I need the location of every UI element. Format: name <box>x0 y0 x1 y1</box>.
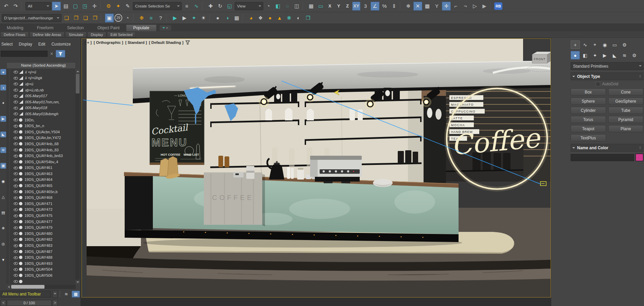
explorer-row[interactable]: 19DS_QUAY504 <box>6 267 76 273</box>
explorer-menu-select[interactable]: Select <box>1 42 13 47</box>
light-bulb-icon[interactable]: ✦ <box>190 14 198 22</box>
filter-hidden-icon[interactable]: ◎ <box>0 241 6 247</box>
filter-helpers-icon[interactable]: ◣ <box>0 132 6 137</box>
percent-snap-icon[interactable]: % <box>380 2 389 11</box>
explorer-menu-edit[interactable]: Edit <box>38 42 46 47</box>
ribbon-tab-object-paint[interactable]: Object Paint <box>91 25 126 31</box>
measure-ruler-icon[interactable]: ▭ <box>316 2 325 11</box>
spacewarps-category-icon[interactable]: ≋ <box>620 51 629 60</box>
window-crossing-icon[interactable]: ◳ <box>80 2 89 11</box>
explorer-row[interactable]: 19DS_QUAY463 <box>6 171 76 177</box>
scrollbar-thumb[interactable] <box>11 285 44 289</box>
visibility-eye-icon[interactable] <box>14 172 18 175</box>
dash-left-icon[interactable]: ⌐ <box>451 2 460 11</box>
dash-right-icon[interactable]: ¬ <box>461 2 470 11</box>
filter-containers-icon[interactable]: ▣ <box>0 163 6 169</box>
scene-explorer-toggle-icon[interactable]: ▦ <box>72 291 80 298</box>
visibility-eye-icon[interactable] <box>14 70 18 74</box>
scroll-up-icon[interactable] <box>75 69 80 73</box>
explorer-row[interactable]: xþ×ü <box>6 81 76 87</box>
vertical-scrollbar[interactable] <box>75 69 80 284</box>
cameras-category-icon[interactable]: ▶ <box>600 51 609 60</box>
ribbon-tab-modeling[interactable]: Modeling <box>0 25 30 31</box>
box-button[interactable]: Box <box>571 88 606 96</box>
move-gizmo-icon[interactable]: ✚ <box>206 2 215 11</box>
ribbon-button-simulate[interactable]: Simulate <box>65 32 87 38</box>
scroll-left-icon[interactable] <box>6 285 11 289</box>
separator[interactable] <box>209 14 212 22</box>
explorer-row[interactable]: 19DS_QUAY4nb,,83 <box>6 147 76 153</box>
visibility-eye-icon[interactable] <box>14 261 18 265</box>
explorer-row[interactable]: 19DS_QUAcbn,Y504 <box>6 129 76 135</box>
render-setup-icon[interactable]: ✦ <box>114 2 123 11</box>
visibility-eye-icon[interactable] <box>14 112 18 116</box>
explorer-row[interactable]: 19DS_QUAY506 <box>6 272 76 278</box>
explorer-row[interactable]: 19DS_QUAY4nb,,bn63 <box>6 153 76 159</box>
explorer-row[interactable]: xþ×ü,nb,nb <box>6 87 76 93</box>
xy-plane-constraint-button[interactable]: XY <box>352 2 360 11</box>
rect-selection-region-icon[interactable]: ▢ <box>71 2 80 11</box>
explorer-row[interactable]: 19DS_QUAY472 <box>6 207 76 213</box>
explorer-row[interactable]: ii ×ý×û <box>6 69 76 75</box>
select-object-icon[interactable]: ➤ <box>52 2 61 11</box>
explorer-menu-display[interactable]: Display <box>19 42 32 47</box>
explorer-row[interactable]: 19DS_QUAY54bv,,4 <box>6 159 76 165</box>
visibility-eye-icon[interactable] <box>14 154 18 158</box>
viewport-label-part[interactable]: [ + ] <box>85 40 92 45</box>
sun-icon[interactable]: ☀ <box>199 14 208 22</box>
shapes-category-icon[interactable]: ◧ <box>580 51 590 60</box>
separator[interactable] <box>101 14 104 22</box>
filter-geometry-icon[interactable]: ● <box>0 69 6 75</box>
angle-snap-icon[interactable]: ∠ <box>371 2 379 11</box>
offset-snap-icon[interactable]: ✛ <box>442 2 451 11</box>
ribbon-tab-selection[interactable]: Selection <box>60 25 90 31</box>
systems-category-icon[interactable]: ⚙ <box>630 51 639 60</box>
camera-add-icon[interactable]: ▶ <box>180 14 189 22</box>
rotate-gizmo-icon[interactable]: ↻ <box>216 2 225 11</box>
redo-icon[interactable]: ↷ <box>11 2 20 11</box>
visibility-eye-icon[interactable] <box>14 136 18 140</box>
y-constraint-button[interactable]: Y <box>335 2 343 11</box>
explorer-column-header[interactable]: Name (Sorted Ascending) <box>6 62 76 69</box>
visibility-eye-icon[interactable] <box>14 244 18 248</box>
cone-button[interactable]: Cone <box>608 88 644 96</box>
separator[interactable] <box>490 2 493 10</box>
visibility-eye-icon[interactable] <box>14 94 18 98</box>
visibility-eye-icon[interactable] <box>14 238 18 241</box>
curve-editor-icon[interactable]: ∿ <box>192 2 201 11</box>
geosphere-button[interactable]: GeoSphere <box>608 98 644 105</box>
visibility-eye-icon[interactable] <box>14 226 18 230</box>
explorer-row[interactable]: 005-Mary017nm,nm, <box>6 99 76 105</box>
workspace-selector[interactable]: Alt Menu and Toolbar <box>1 291 51 298</box>
autosave-clock-icon[interactable]: ▣ <box>105 14 114 22</box>
visibility-eye-icon[interactable] <box>14 178 18 182</box>
cone-light-icon[interactable]: ▲ <box>275 14 284 22</box>
ribbon-tab-freeform[interactable]: Freeform <box>30 25 60 31</box>
use-pivot-center-icon[interactable]: ◔ <box>264 2 273 11</box>
align-icon[interactable]: ◫ <box>292 2 301 11</box>
dot-circle-icon[interactable]: ◌ <box>283 2 292 11</box>
teapot-button[interactable]: Teapot <box>571 125 606 132</box>
clear-search-icon[interactable]: ✕ <box>49 52 54 56</box>
filter-particles-icon[interactable]: △ <box>0 194 6 200</box>
material-sphere-icon[interactable]: ● <box>213 14 222 22</box>
create-tab-icon[interactable]: + <box>571 40 580 49</box>
scene-gear-icon[interactable]: ⚙ <box>104 2 113 11</box>
separator[interactable] <box>202 2 205 10</box>
next-frame-button[interactable]: > <box>52 300 58 306</box>
filter-shapes-icon[interactable]: ◑ <box>0 85 6 90</box>
paint-bucket-icon[interactable]: ◕ <box>247 14 255 22</box>
visibility-eye-icon[interactable] <box>14 250 18 253</box>
pyramid-button[interactable]: Pyramid <box>608 116 644 123</box>
ik-chain-icon[interactable]: Y <box>432 2 441 11</box>
grid-a-icon[interactable]: ▦ <box>307 2 316 11</box>
z-constraint-button[interactable]: Z <box>343 2 352 11</box>
workspace-dropdown-icon[interactable] <box>52 290 58 298</box>
filter-bones-icon[interactable]: ◉ <box>0 178 6 184</box>
help-circle-icon[interactable]: ? <box>156 14 165 22</box>
foliage-icon[interactable]: ❉ <box>137 14 146 22</box>
visibility-eye-icon[interactable] <box>14 184 18 188</box>
visibility-eye-icon[interactable] <box>14 256 18 259</box>
freeze-snap-icon[interactable]: ❄ <box>404 2 413 11</box>
sheet-gear-icon[interactable]: ❏ <box>62 14 71 22</box>
